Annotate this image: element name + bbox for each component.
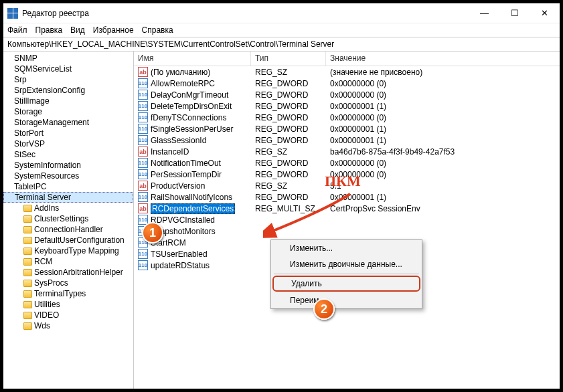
menu-edit[interactable]: Правка bbox=[35, 25, 63, 35]
list-header: Имя Тип Значение bbox=[134, 52, 560, 66]
ctx-delete[interactable]: Удалить bbox=[272, 276, 420, 292]
list-panel: Имя Тип Значение ab(По умолчанию)REG_SZ(… bbox=[134, 52, 560, 389]
tree-item[interactable]: SessionArbitrationHelper bbox=[3, 267, 133, 278]
dword-icon: 110 bbox=[138, 90, 148, 100]
tree-item[interactable]: TabletPC bbox=[3, 181, 133, 192]
folder-icon bbox=[23, 301, 32, 308]
tree-panel[interactable]: SNMPSQMServiceListSrpSrpExtensionConfigS… bbox=[3, 52, 134, 389]
col-name[interactable]: Имя bbox=[134, 52, 251, 66]
tree-item[interactable]: TerminalTypes bbox=[3, 288, 133, 299]
string-icon: ab bbox=[138, 181, 148, 191]
tree-item[interactable]: AddIns bbox=[3, 203, 133, 213]
tree-item[interactable]: StSec bbox=[3, 149, 133, 160]
menu-help[interactable]: Справка bbox=[142, 25, 173, 35]
tree-item[interactable]: Srp bbox=[3, 74, 133, 85]
tree-item[interactable]: ConnectionHandler bbox=[3, 224, 133, 235]
menubar: Файл Правка Вид Избранное Справка bbox=[3, 23, 560, 37]
folder-icon bbox=[23, 290, 32, 298]
tree-item[interactable]: Terminal Server bbox=[3, 192, 133, 203]
tree-item[interactable]: ClusterSettings bbox=[3, 213, 133, 224]
tree-item[interactable]: SNMP bbox=[3, 53, 133, 64]
close-button[interactable]: ✕ bbox=[530, 3, 560, 23]
annotation-pkm: ПКМ bbox=[325, 173, 361, 190]
tree-item[interactable]: SystemResources bbox=[3, 171, 133, 181]
app-icon bbox=[7, 8, 18, 19]
folder-icon bbox=[23, 258, 32, 266]
context-menu: Изменить... Изменить двоичные данные... … bbox=[270, 239, 422, 309]
dword-icon: 110 bbox=[138, 101, 148, 111]
minimize-button[interactable]: — bbox=[469, 3, 499, 23]
annotation-badge-2: 2 bbox=[313, 298, 335, 320]
col-type[interactable]: Тип bbox=[251, 52, 326, 66]
tree-item[interactable]: DefaultUserConfiguration bbox=[3, 235, 133, 246]
dword-icon: 110 bbox=[138, 192, 148, 202]
dword-icon: 110 bbox=[138, 249, 148, 259]
annotation-badge-1: 1 bbox=[142, 222, 163, 243]
registry-row[interactable]: 110AllowRemoteRPCREG_DWORD0x00000000 (0) bbox=[134, 78, 560, 89]
tree-item[interactable]: SrpExtensionConfig bbox=[3, 85, 133, 96]
folder-icon bbox=[23, 237, 32, 244]
folder-icon bbox=[23, 269, 32, 276]
registry-row[interactable]: 110RDPVGCInstalled bbox=[134, 214, 560, 225]
folder-icon bbox=[23, 215, 32, 223]
tree-item[interactable]: Storage bbox=[3, 106, 133, 117]
folder-icon bbox=[23, 248, 32, 255]
string-icon: ab bbox=[138, 203, 148, 213]
folder-icon bbox=[23, 312, 32, 319]
dword-icon: 110 bbox=[138, 260, 148, 270]
registry-row[interactable]: 110NotificationTimeOutREG_DWORD0x0000000… bbox=[134, 157, 560, 169]
tree-item[interactable]: SystemInformation bbox=[3, 160, 133, 171]
registry-row[interactable]: ab(По умолчанию)REG_SZ(значение не присв… bbox=[134, 66, 560, 78]
ctx-modify-binary[interactable]: Изменить двоичные данные... bbox=[271, 256, 422, 272]
ctx-separator bbox=[274, 274, 419, 274]
col-val[interactable]: Значение bbox=[326, 52, 560, 66]
tree-item[interactable]: SQMServiceList bbox=[3, 64, 133, 74]
tree-item[interactable]: StorPort bbox=[3, 128, 133, 138]
string-icon: ab bbox=[138, 67, 148, 77]
registry-row[interactable]: 110fDenyTSConnectionsREG_DWORD0x00000000… bbox=[134, 112, 560, 123]
dword-icon: 110 bbox=[138, 158, 148, 168]
ctx-rename[interactable]: Переим bbox=[271, 292, 422, 308]
address-bar[interactable]: Компьютер\HKEY_LOCAL_MACHINE\SYSTEM\Curr… bbox=[3, 37, 560, 52]
tree-item[interactable]: RCM bbox=[3, 256, 133, 267]
menu-file[interactable]: Файл bbox=[7, 25, 27, 35]
maximize-button[interactable]: ☐ bbox=[499, 3, 530, 23]
registry-row[interactable]: 110DelayConMgrTimeoutREG_DWORD0x00000000… bbox=[134, 89, 560, 100]
folder-icon bbox=[23, 226, 32, 233]
tree-item[interactable]: StorVSP bbox=[3, 138, 133, 149]
menu-fav[interactable]: Избранное bbox=[93, 25, 134, 35]
folder-icon bbox=[23, 322, 32, 330]
ctx-modify[interactable]: Изменить... bbox=[271, 240, 422, 256]
dword-icon: 110 bbox=[138, 112, 148, 122]
registry-row[interactable]: 110fSingleSessionPerUserREG_DWORD0x00000… bbox=[134, 123, 560, 134]
tree-item[interactable]: Utilities bbox=[3, 299, 133, 310]
menu-view[interactable]: Вид bbox=[70, 25, 85, 35]
string-icon: ab bbox=[138, 146, 148, 157]
tree-item[interactable]: VIDEO bbox=[3, 310, 133, 320]
tree-item[interactable]: KeyboardType Mapping bbox=[3, 246, 133, 256]
dword-icon: 110 bbox=[138, 135, 148, 145]
registry-row[interactable]: 110SnapshotMonitors bbox=[134, 225, 560, 237]
registry-row[interactable]: 110GlassSessionIdREG_DWORD0x00000001 (1) bbox=[134, 134, 560, 146]
registry-row[interactable]: abRCDependentServicesREG_MULTI_SZCertPro… bbox=[134, 203, 560, 214]
folder-icon bbox=[23, 205, 32, 212]
titlebar: Редактор реестра — ☐ ✕ bbox=[3, 3, 560, 23]
tree-item[interactable]: StillImage bbox=[3, 96, 133, 106]
tree-item[interactable]: Wds bbox=[3, 320, 133, 331]
tree-item[interactable]: SysProcs bbox=[3, 278, 133, 288]
dword-icon: 110 bbox=[138, 124, 148, 134]
dword-icon: 110 bbox=[138, 169, 148, 179]
dword-icon: 110 bbox=[138, 78, 148, 88]
registry-row[interactable]: 110DeleteTempDirsOnExitREG_DWORD0x000000… bbox=[134, 100, 560, 112]
registry-row[interactable]: 110RailShowallNotifyIconsREG_DWORD0x0000… bbox=[134, 191, 560, 203]
tree-item[interactable]: StorageManagement bbox=[3, 117, 133, 128]
window-title: Редактор реестра bbox=[22, 9, 89, 18]
folder-icon bbox=[23, 280, 32, 287]
registry-row[interactable]: abInstanceIDREG_SZba46d7b6-875a-4f3f-9b4… bbox=[134, 146, 560, 157]
